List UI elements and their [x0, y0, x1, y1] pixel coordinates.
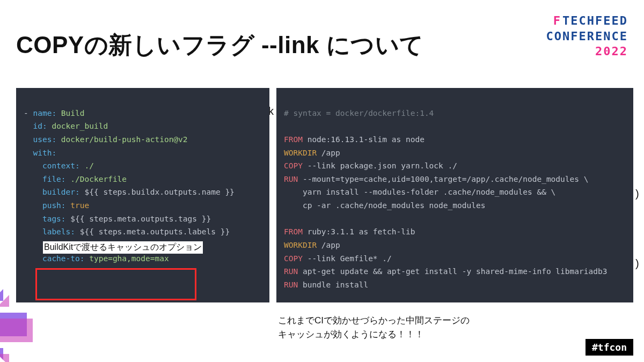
svg-marker-1	[0, 295, 33, 362]
annotation-label: BuildKitで渡せるキャッシュのオプション	[43, 241, 203, 254]
dockerfile-code-block: # syntax = docker/dockerfile:1.4 FROM no…	[276, 88, 633, 302]
peek-text: )	[635, 188, 639, 200]
peek-text: )	[635, 257, 639, 270]
slide-title: COPYの新しいフラグ --link について	[16, 29, 424, 61]
conference-logo: FTECHFEED CONFERENCE 2022	[546, 13, 628, 60]
hashtag-badge: #tfcon	[586, 339, 633, 356]
caption-text: これまでCIで効かせづらかった中間ステージの キャッシュが効くようになる！！！	[278, 314, 470, 341]
yaml-code-block: - name: Build id: docker_build uses: doc…	[16, 88, 269, 302]
